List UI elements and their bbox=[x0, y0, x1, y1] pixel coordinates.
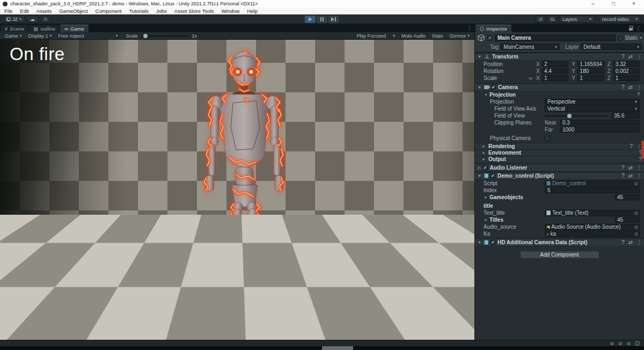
environment-foldout[interactable]: ▸ Environment ? bbox=[475, 149, 644, 156]
menu-dots-icon[interactable]: ⋮ bbox=[636, 165, 642, 171]
gameobject-name-field[interactable]: Main Camera bbox=[495, 34, 616, 41]
script-object-field[interactable]: Demo_control ⊙ bbox=[545, 180, 640, 187]
help-icon[interactable]: ? bbox=[621, 54, 625, 60]
menu-item-gameobject[interactable]: GameObject bbox=[59, 8, 87, 14]
position-x-field[interactable]: 2 bbox=[542, 61, 568, 67]
audio-listener-header[interactable]: ∩ ✓ Audio Listener ? ⇄ ⋮ bbox=[475, 164, 644, 172]
status-check-icon[interactable]: ✓ bbox=[635, 341, 640, 346]
fov-axis-dropdown[interactable]: Vertical ▾ bbox=[545, 106, 640, 112]
gameobject-cube-icon[interactable] bbox=[477, 34, 485, 42]
scale-slider[interactable] bbox=[141, 35, 188, 37]
menu-dots-icon[interactable]: ⋮ bbox=[636, 239, 642, 245]
projection-group-row[interactable]: ▾ Projection ? bbox=[475, 91, 644, 98]
layout-dropdown[interactable]: record video ▾ bbox=[599, 16, 641, 23]
search-button[interactable] bbox=[547, 16, 557, 23]
presets-icon[interactable]: ⇄ bbox=[628, 239, 633, 245]
presets-icon[interactable]: ⇄ bbox=[628, 173, 633, 179]
prev-character-button[interactable]: ‹ bbox=[449, 323, 453, 337]
help-icon[interactable]: ? bbox=[621, 239, 625, 245]
presets-icon[interactable]: ⇄ bbox=[628, 54, 633, 60]
link-icon[interactable]: ∞ bbox=[529, 75, 535, 81]
demo-control-header[interactable]: ▾ ✓ Demo_control (Script) ? ⇄ ⋮ bbox=[475, 172, 644, 180]
help-icon[interactable]: ? bbox=[621, 84, 625, 90]
menu-item-file[interactable]: File bbox=[4, 8, 12, 14]
audio-source-object-field[interactable]: ◀ Audio Source (Audio Source) ⊙ bbox=[545, 224, 640, 230]
add-component-button[interactable]: Add Component bbox=[520, 251, 599, 259]
index-field[interactable]: 5 bbox=[545, 187, 640, 193]
fov-value-field[interactable]: 35.6 bbox=[612, 113, 640, 119]
play-button[interactable] bbox=[305, 16, 316, 23]
chevron-down-icon[interactable]: ▾ bbox=[640, 35, 642, 40]
static-checkbox[interactable] bbox=[618, 35, 623, 41]
transform-header[interactable]: ▾ Transform ? ⇄ ⋮ bbox=[475, 53, 644, 61]
display-dropdown[interactable]: Display 1 ▾ bbox=[26, 33, 55, 39]
rendering-foldout[interactable]: ▸ Rendering ?⋮ bbox=[475, 143, 644, 149]
tab-inspector[interactable]: i Inspector bbox=[475, 25, 511, 32]
close-button[interactable]: × bbox=[624, 0, 644, 8]
layer-dropdown[interactable]: Default ▾ bbox=[581, 43, 642, 50]
text-title-object-field[interactable]: Text_title (Text) ⊙ bbox=[545, 210, 640, 216]
game-viewport[interactable]: On fire ‹ › bbox=[0, 40, 474, 340]
account-button[interactable]: JZ ▾ bbox=[3, 16, 25, 23]
object-picker-icon[interactable]: ⊙ bbox=[634, 224, 638, 230]
tab-outline[interactable]: ▤ outline bbox=[29, 25, 60, 32]
scale-x-field[interactable]: 1 bbox=[542, 75, 568, 81]
active-checkbox[interactable]: ✓ bbox=[487, 35, 493, 41]
menu-item-jobs[interactable]: Jobs bbox=[156, 8, 167, 14]
fov-slider-handle[interactable] bbox=[567, 114, 572, 118]
menu-item-component[interactable]: Component bbox=[96, 8, 122, 14]
audio-listener-checkbox[interactable]: ✓ bbox=[483, 165, 488, 170]
inspector-options-button[interactable]: ⋮ bbox=[636, 25, 641, 31]
rotation-z-field[interactable]: 0.002 bbox=[613, 68, 640, 74]
fov-slider[interactable] bbox=[545, 115, 608, 116]
near-field[interactable]: 0.3 bbox=[560, 120, 640, 126]
aspect-dropdown[interactable]: Free Aspect ▾ bbox=[56, 33, 121, 39]
restore-button[interactable]: □ bbox=[603, 0, 624, 8]
foldout-icon[interactable]: ▾ bbox=[477, 85, 482, 90]
camera-enabled-checkbox[interactable]: ✓ bbox=[491, 85, 496, 90]
object-picker-icon[interactable]: ⊙ bbox=[634, 210, 638, 216]
status-icon-2[interactable]: ⊘ bbox=[618, 341, 623, 346]
gizmos-dropdown[interactable]: Gizmos ▾ bbox=[447, 33, 472, 39]
mute-audio-toggle[interactable]: Mute Audio bbox=[399, 33, 428, 39]
menu-item-asset-store-tools[interactable]: Asset Store Tools bbox=[174, 8, 214, 14]
scale-y-field[interactable]: 1 bbox=[577, 75, 604, 81]
foldout-icon[interactable]: ▸ bbox=[484, 195, 488, 200]
rotation-x-field[interactable]: 4.4 bbox=[542, 68, 568, 74]
cloud-button[interactable]: ☁ bbox=[27, 16, 38, 23]
titles-size-field[interactable]: 45 bbox=[615, 217, 640, 223]
physical-camera-checkbox[interactable] bbox=[545, 136, 550, 141]
help-icon[interactable]: ? bbox=[630, 143, 633, 149]
output-foldout[interactable]: ▸ Output ? bbox=[475, 156, 644, 162]
object-picker-icon[interactable]: ⊙ bbox=[634, 231, 638, 237]
help-icon[interactable]: ? bbox=[621, 165, 625, 171]
scale-slider-handle[interactable] bbox=[143, 34, 148, 38]
object-picker-icon[interactable]: ⊙ bbox=[634, 181, 638, 186]
ka-object-field[interactable]: ♪ ka ⊙ bbox=[545, 231, 640, 237]
camera-header[interactable]: ▾ ✓ Camera ? ⇄ ⋮ bbox=[475, 83, 644, 91]
pause-button[interactable] bbox=[317, 16, 327, 23]
presets-icon[interactable]: ⇄ bbox=[628, 84, 633, 90]
position-z-field[interactable]: 3.32 bbox=[613, 61, 640, 67]
hd-camera-checkbox[interactable]: ✓ bbox=[491, 240, 495, 245]
help-icon[interactable]: ? bbox=[636, 92, 640, 98]
game-target-dropdown[interactable]: Game ▾ bbox=[2, 33, 25, 39]
status-icon-1[interactable]: ⊘ bbox=[610, 341, 614, 346]
hd-camera-data-header[interactable]: ▾ ✓ HD Additional Camera Data (Script) ?… bbox=[475, 238, 644, 246]
status-icon-3[interactable]: ⊘ bbox=[626, 341, 631, 346]
tab-game[interactable]: ∞ Game bbox=[60, 25, 89, 32]
foldout-icon[interactable]: ▾ bbox=[477, 240, 482, 245]
layers-dropdown[interactable]: Layers ▾ bbox=[559, 16, 595, 23]
gameobjects-size-field[interactable]: 45 bbox=[615, 194, 640, 200]
menu-dots-icon[interactable]: ⋮ bbox=[636, 173, 642, 179]
tab-options-button[interactable]: ⋮ bbox=[467, 25, 472, 31]
menu-item-window[interactable]: Window bbox=[222, 8, 240, 14]
menu-item-assets[interactable]: Assets bbox=[36, 8, 52, 14]
foldout-icon[interactable]: ▾ bbox=[484, 92, 488, 97]
lock-icon[interactable] bbox=[629, 28, 633, 31]
menu-dots-icon[interactable]: ⋮ bbox=[636, 54, 642, 60]
demo-control-checkbox[interactable]: ✓ bbox=[491, 173, 495, 178]
scale-z-field[interactable]: 1 bbox=[613, 75, 640, 81]
taskbar-item[interactable] bbox=[322, 346, 353, 350]
tag-dropdown[interactable]: MainCamera ▾ bbox=[501, 43, 560, 50]
